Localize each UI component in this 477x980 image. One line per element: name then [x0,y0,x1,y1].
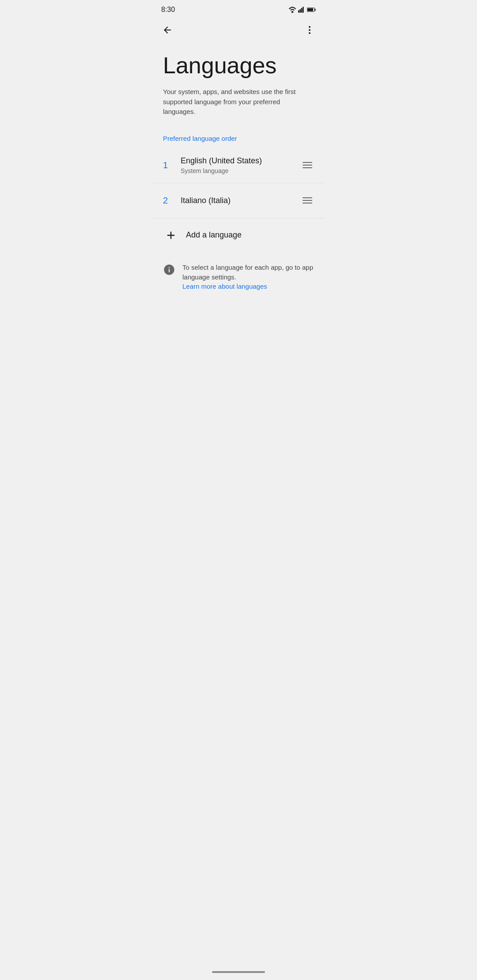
svg-point-8 [309,29,310,31]
language-info-2: Italiano (Italia) [181,196,301,205]
drag-handle-line [303,162,312,163]
language-item-2[interactable]: 2 Italiano (Italia) [152,183,325,219]
info-circle-icon [163,264,175,276]
drag-handle-1[interactable] [301,160,314,170]
add-language-label: Add a language [186,230,242,240]
plus-icon [165,229,177,241]
back-icon [162,25,173,35]
language-item-1[interactable]: 1 English (United States) System languag… [152,148,325,183]
add-language-button[interactable]: Add a language [152,219,325,252]
drag-handle-line [303,203,312,204]
status-icons [288,7,316,13]
svg-rect-1 [299,9,301,13]
svg-point-9 [309,32,310,34]
page-description: Your system, apps, and websites use the … [163,87,314,117]
info-icon [163,264,175,278]
drag-handle-line [303,197,312,198]
status-time: 8:30 [161,6,175,14]
language-number-1: 1 [163,160,177,170]
language-name-1: English (United States) [181,156,301,166]
add-icon [163,227,179,243]
svg-rect-0 [298,10,299,12]
drag-handle-2[interactable] [301,196,314,205]
info-content: To select a language for each app, go to… [182,263,314,290]
page-header: Languages Your system, apps, and website… [152,42,325,124]
info-section: To select a language for each app, go to… [152,252,325,301]
language-list: 1 English (United States) System languag… [152,148,325,252]
svg-rect-2 [301,8,303,13]
page-title: Languages [163,53,314,78]
section-header: Preferred language order [152,124,325,148]
more-options-icon [304,25,315,35]
drag-handle-line [303,165,312,166]
top-bar [152,18,325,42]
status-bar: 8:30 [152,0,325,18]
language-number-2: 2 [163,196,177,206]
drag-handle-line [303,167,312,168]
language-info-1: English (United States) System language [181,156,301,174]
svg-rect-3 [303,7,304,12]
info-text: To select a language for each app, go to… [182,263,314,283]
language-name-2: Italiano (Italia) [181,196,301,205]
learn-more-link[interactable]: Learn more about languages [182,283,267,290]
svg-rect-5 [315,9,316,11]
more-options-button[interactable] [300,20,319,40]
back-button[interactable] [158,20,177,40]
signal-icon [298,7,305,13]
wifi-icon [288,7,296,13]
section-title: Preferred language order [163,135,237,142]
drag-handle-line [303,200,312,201]
language-subtitle-1: System language [181,167,301,174]
battery-icon [307,7,316,13]
svg-point-7 [309,26,310,28]
svg-rect-6 [307,8,313,11]
